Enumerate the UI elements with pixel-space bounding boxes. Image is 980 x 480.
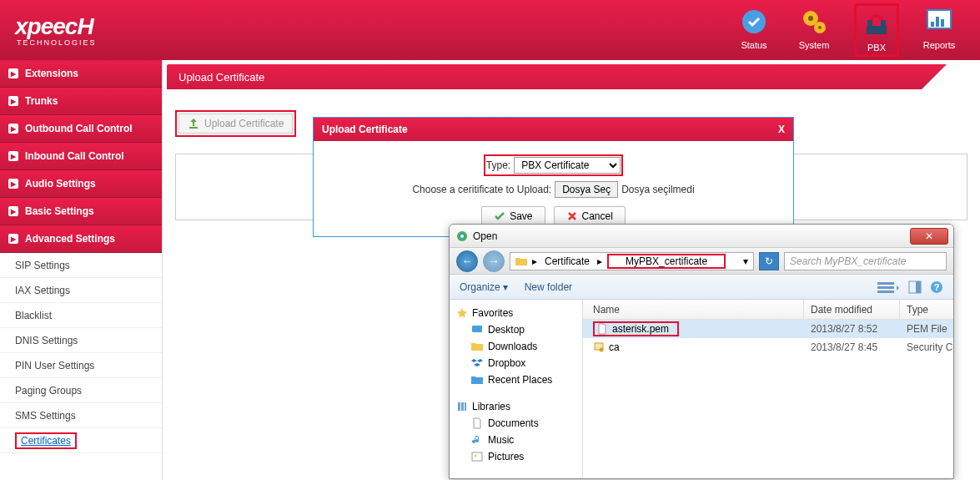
desktop-icon: [471, 324, 483, 336]
sub-sms[interactable]: SMS Settings: [0, 403, 162, 428]
svg-rect-12: [189, 127, 198, 129]
svg-point-28: [475, 455, 477, 457]
dropbox-icon: [471, 357, 483, 369]
upload-modal: Upload Certificate X Type: PBX Certifica…: [313, 117, 794, 237]
reports-icon[interactable]: Reports: [919, 3, 959, 57]
upload-cert-button[interactable]: Upload Certificate: [178, 114, 293, 134]
col-name[interactable]: Name: [583, 300, 804, 319]
svg-point-15: [460, 235, 464, 238]
cross-icon: [566, 210, 578, 222]
svg-rect-5: [867, 26, 887, 34]
check-icon: [494, 210, 505, 222]
file-row-ca[interactable]: ca 2013/8/27 8:45 Security C: [583, 338, 953, 356]
sub-iax[interactable]: IAX Settings: [0, 278, 162, 303]
system-icon[interactable]: System: [794, 3, 834, 57]
pbx-icon[interactable]: PBX: [854, 3, 899, 57]
svg-rect-9: [931, 22, 934, 27]
sidebar-item-audio[interactable]: ▶Audio Settings: [0, 170, 162, 198]
file-row-asterisk[interactable]: asterisk.pem 2013/8/27 8:52 PEM File: [583, 320, 953, 338]
svg-rect-17: [877, 286, 894, 289]
svg-rect-11: [941, 19, 944, 27]
library-icon: [456, 401, 468, 412]
header-icons: Status System PBX Reports: [734, 3, 959, 57]
sub-dnis[interactable]: DNIS Settings: [0, 328, 162, 353]
upload-cert-button-wrap: Upload Certificate: [175, 110, 296, 137]
path-current: MyPBX_certificate: [607, 254, 726, 269]
svg-rect-6: [867, 20, 872, 27]
sidebar-item-extensions[interactable]: ▶Extensions: [0, 60, 162, 88]
svg-rect-18: [877, 291, 894, 293]
type-select-wrap: Type: PBX Certificate: [484, 154, 623, 176]
tree-music[interactable]: Music: [450, 432, 582, 448]
sidebar-item-inbound[interactable]: ▶Inbound Call Control: [0, 143, 162, 170]
logo-text: xpeecH: [15, 13, 97, 40]
tree-recent[interactable]: Recent Places: [450, 371, 582, 388]
sidebar-item-basic[interactable]: ▶Basic Settings: [0, 198, 162, 225]
list-header: Name Date modified Type: [583, 300, 953, 320]
svg-rect-16: [877, 282, 894, 285]
sidebar-item-trunks[interactable]: ▶Trunks: [0, 88, 162, 115]
pictures-icon: [471, 451, 483, 462]
dialog-title-bar: Open ✕: [450, 225, 953, 248]
file-status: Dosya seçilmedi: [621, 184, 694, 195]
view-icon[interactable]: [877, 280, 900, 294]
modal-header: Upload Certificate X: [314, 118, 793, 141]
tree-desktop[interactable]: Desktop: [450, 321, 582, 338]
tree-pictures[interactable]: Pictures: [450, 448, 582, 465]
type-label: Type:: [486, 159, 510, 171]
sub-blacklist[interactable]: Blacklist: [0, 303, 162, 328]
dialog-nav: ← → ▸ Certificate ▸ MyPBX_certificate ▾ …: [450, 248, 953, 275]
page-title: Upload Certificate: [167, 64, 972, 89]
cert-icon: [593, 341, 605, 353]
svg-point-2: [808, 16, 813, 21]
col-date[interactable]: Date modified: [804, 300, 900, 319]
dialog-close-button[interactable]: ✕: [910, 228, 948, 245]
svg-rect-24: [458, 402, 460, 411]
file-select-button[interactable]: Dosya Seç: [555, 181, 618, 198]
sub-sip[interactable]: SIP Settings: [0, 253, 162, 278]
refresh-button[interactable]: ↻: [759, 252, 779, 270]
sidebar: ▶Extensions ▶Trunks ▶Outbound Call Contr…: [0, 60, 163, 480]
search-input[interactable]: Search MyPBX_certificate: [784, 252, 947, 270]
svg-rect-23: [472, 326, 482, 332]
tree-libraries[interactable]: Libraries: [450, 398, 582, 415]
upload-icon: [188, 118, 199, 129]
file-icon: [596, 323, 608, 335]
tree-documents[interactable]: Documents: [450, 415, 582, 432]
svg-rect-25: [461, 402, 464, 411]
svg-rect-7: [881, 20, 886, 27]
downloads-icon: [471, 341, 483, 352]
sub-pin[interactable]: PIN User Settings: [0, 353, 162, 378]
tree-favorites[interactable]: Favorites: [450, 305, 582, 321]
new-folder-button[interactable]: New folder: [525, 281, 572, 293]
svg-rect-10: [936, 17, 939, 27]
organize-menu[interactable]: Organize ▾: [460, 281, 508, 293]
logo: xpeecH TECHNOLOGIES: [15, 13, 97, 47]
help-icon[interactable]: ?: [930, 280, 943, 294]
sidebar-item-advanced[interactable]: ▶Advanced Settings: [0, 225, 162, 253]
svg-point-4: [818, 26, 822, 29]
path-bar[interactable]: ▸ Certificate ▸ MyPBX_certificate ▾: [510, 252, 754, 270]
logo-sub: TECHNOLOGIES: [17, 38, 97, 47]
status-icon[interactable]: Status: [734, 3, 774, 57]
nav-back-button[interactable]: ←: [456, 250, 478, 272]
file-list: Name Date modified Type asterisk.pem 201…: [583, 300, 953, 478]
col-type[interactable]: Type: [900, 300, 953, 319]
preview-icon[interactable]: [908, 280, 922, 294]
svg-rect-20: [916, 281, 921, 293]
nav-forward-button[interactable]: →: [483, 250, 505, 272]
type-select[interactable]: PBX Certificate: [514, 157, 621, 174]
sub-certificates[interactable]: Certificates: [0, 428, 162, 453]
modal-close[interactable]: X: [778, 124, 785, 135]
music-icon: [471, 434, 483, 446]
tree-dropbox[interactable]: Dropbox: [450, 355, 582, 371]
star-icon: [456, 307, 468, 319]
app-header: xpeecH TECHNOLOGIES Status System PBX Re…: [0, 0, 980, 60]
choose-label: Choose a ceritificate to Upload:: [412, 184, 551, 195]
sidebar-item-outbound[interactable]: ▶Outbound Call Control: [0, 115, 162, 143]
dialog-toolbar: Organize ▾ New folder ?: [450, 275, 953, 300]
tree-downloads[interactable]: Downloads: [450, 338, 582, 355]
svg-rect-27: [472, 452, 482, 461]
documents-icon: [471, 417, 483, 429]
sub-paging[interactable]: Paging Groups: [0, 378, 162, 403]
